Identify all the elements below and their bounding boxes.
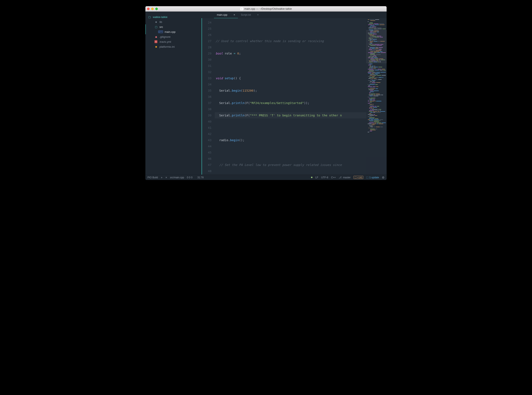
main-area: ▢ walkie-talkie ■ lib ▢ src C++ main.cpp… <box>145 11 387 175</box>
close-window-button[interactable] <box>147 8 150 10</box>
t: Serial. <box>216 114 232 117</box>
cpp-file-icon: C++ <box>158 31 163 33</box>
tree-item-label: main.cpp <box>165 30 176 33</box>
tree-item-label: .gitignore <box>160 35 170 38</box>
status-git-branch[interactable]: master <box>339 176 351 179</box>
tree-project-root[interactable]: ▢ walkie-talkie <box>145 14 202 19</box>
t: role <box>223 52 233 55</box>
t: (); <box>239 138 244 142</box>
tree-item-label: .travis.yml <box>159 40 171 43</box>
branch-name: master <box>343 176 351 179</box>
square-icon: ▢ <box>355 176 357 179</box>
line-number-gutter: 2425262728293031323334353637383940414243… <box>202 18 215 175</box>
status-package-updates[interactable]: ⬚1 update <box>366 176 379 179</box>
updates-label: 1 update <box>369 176 379 179</box>
t: void <box>216 77 223 80</box>
t: bool <box>216 52 223 55</box>
tab-label: main.cpp <box>217 13 227 16</box>
file-tree: ▢ walkie-talkie ■ lib ▢ src C++ main.cpp… <box>145 11 202 175</box>
tree-file-gitignore[interactable]: ◆ .gitignore <box>145 34 202 39</box>
t: println <box>232 101 244 105</box>
status-git-changes[interactable]: ▢+145 <box>354 176 364 179</box>
t: radio. <box>216 138 230 142</box>
platformio-icon: ☻ <box>155 45 158 48</box>
changes-count: +145 <box>357 176 362 179</box>
project-name: walkie-talkie <box>153 16 167 19</box>
t: () { <box>233 77 241 80</box>
status-cursor-position[interactable]: 31:78 <box>197 176 204 179</box>
editor-body[interactable]: 2425262728293031323334353637383940414243… <box>202 18 387 175</box>
minimap-viewport[interactable] <box>366 30 387 63</box>
t: "RF24/examples/GettingStarted" <box>250 101 304 105</box>
editor-tabs: main.cpp × Script.txt × <box>202 11 387 18</box>
t: Serial. <box>216 89 232 92</box>
tree-file-platformio[interactable]: ☻ platformio.ini <box>145 44 202 49</box>
gear-icon[interactable]: ⚙ <box>382 176 385 179</box>
branch-icon <box>339 176 342 179</box>
tree-file-travis[interactable]: TI .travis.yml <box>145 39 202 44</box>
close-icon[interactable]: × <box>166 176 167 179</box>
window-controls <box>147 8 158 10</box>
dot-icon <box>311 177 312 178</box>
tree-item-label: platformio.ini <box>160 45 175 48</box>
status-linter-ok[interactable] <box>311 177 312 178</box>
t: )); <box>304 101 309 105</box>
travis-icon: TI <box>155 40 157 43</box>
tree-item-label: src <box>160 25 163 28</box>
t: ( <box>241 89 243 92</box>
t: begin <box>232 89 241 92</box>
status-language[interactable]: C++ <box>331 176 336 179</box>
maximize-window-button[interactable] <box>155 8 158 10</box>
tree-folder-lib[interactable]: ■ lib <box>145 19 202 24</box>
window-title-text: main.cpp — ~/Desktop/Old/walkie-talkie <box>244 7 292 10</box>
status-filepath[interactable]: src/main.cpp <box>170 176 184 179</box>
folder-open-icon: ▢ <box>148 16 151 19</box>
t: Serial. <box>216 101 232 105</box>
status-pio-build[interactable]: PIO Build <box>147 176 158 179</box>
t: = <box>233 52 237 55</box>
t: "*** PRESS 'T' to begin transmitting to … <box>250 114 342 117</box>
file-type-icon: ◇ <box>240 7 243 10</box>
code-comment: // Used to control whether this node is … <box>216 39 324 43</box>
t: 115200 <box>243 89 253 92</box>
tab-main-cpp[interactable]: main.cpp × <box>214 11 238 18</box>
tree-item-label: lib <box>160 20 162 23</box>
t: println <box>232 114 244 117</box>
folder-icon: ■ <box>155 20 158 23</box>
t: begin <box>230 138 239 142</box>
tab-script-txt[interactable]: Script.txt × <box>238 11 261 18</box>
package-icon: ⬚ <box>366 176 368 179</box>
t: setup <box>223 77 233 80</box>
tree-folder-src[interactable]: ▢ src <box>145 24 202 29</box>
status-line-ending[interactable]: LF <box>315 176 318 179</box>
window-title: ◇ main.cpp — ~/Desktop/Old/walkie-talkie <box>145 7 387 10</box>
status-bar: PIO Build + × src/main.cpp 0 0 0 31:78 L… <box>145 175 387 180</box>
close-icon[interactable]: × <box>233 13 235 16</box>
status-diagnostics[interactable]: 0 0 0 <box>187 176 193 179</box>
minimize-window-button[interactable] <box>151 8 154 10</box>
t: // Set the PA Level low to prevent power… <box>216 163 342 167</box>
t: 0 <box>237 52 239 55</box>
titlebar: ◇ main.cpp — ~/Desktop/Old/walkie-talkie <box>145 6 387 11</box>
t: (F( <box>244 101 250 105</box>
t: ); <box>253 89 257 92</box>
close-icon[interactable]: × <box>257 13 259 16</box>
code-area[interactable]: // Used to control whether this node is … <box>215 18 387 175</box>
t: (F( <box>244 114 250 117</box>
app-window: ◇ main.cpp — ~/Desktop/Old/walkie-talkie… <box>145 6 387 180</box>
git-icon: ◆ <box>155 35 158 38</box>
editor-pane: main.cpp × Script.txt × 2425262728293031… <box>202 11 387 175</box>
minimap[interactable] <box>366 18 387 175</box>
add-icon[interactable]: + <box>161 176 162 179</box>
t: ; <box>239 52 241 55</box>
folder-open-icon: ▢ <box>155 25 158 28</box>
tab-label: Script.txt <box>241 13 251 16</box>
tree-file-main-cpp[interactable]: C++ main.cpp <box>145 29 202 34</box>
status-encoding[interactable]: UTF-8 <box>321 176 328 179</box>
